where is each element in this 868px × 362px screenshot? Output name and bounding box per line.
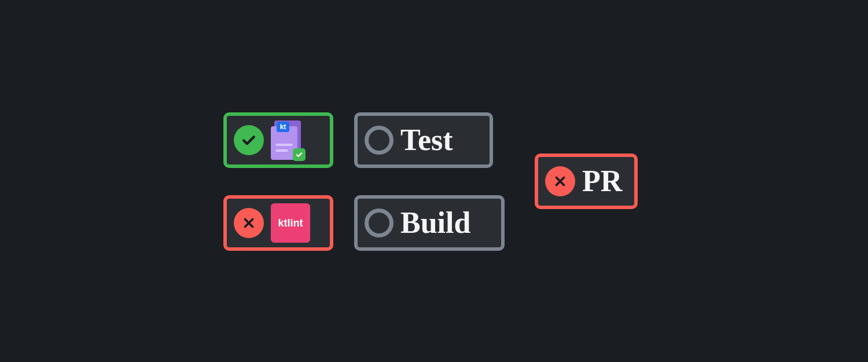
job-card-ktlint[interactable]: ktlint: [223, 195, 333, 251]
ktlint-label: ktlint: [278, 217, 303, 229]
check-icon: [234, 125, 264, 155]
job-card-build[interactable]: Build: [354, 195, 505, 251]
job-card-kotlin[interactable]: kt: [223, 112, 333, 168]
job-card-test[interactable]: Test: [354, 112, 493, 168]
mini-check-icon: [293, 148, 306, 161]
job-label: PR: [582, 166, 622, 196]
job-card-pr[interactable]: PR: [535, 153, 638, 209]
ktlint-icon: ktlint: [271, 203, 310, 243]
x-icon: [545, 166, 575, 196]
x-icon: [234, 208, 264, 238]
pending-icon: [365, 209, 393, 237]
pending-icon: [365, 126, 393, 155]
kotlin-file-icon: kt: [271, 120, 304, 160]
job-label: Test: [400, 125, 453, 155]
kt-badge: kt: [277, 122, 289, 132]
job-label: Build: [400, 208, 470, 238]
